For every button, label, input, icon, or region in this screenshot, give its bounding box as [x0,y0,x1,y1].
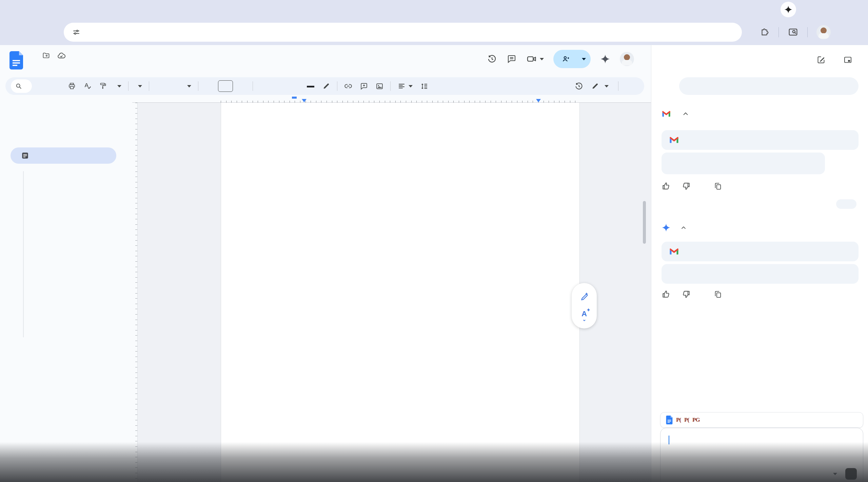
cloud-status-icon[interactable] [57,51,66,60]
gemini-panel: P( P( PG [651,45,868,482]
gmail-chip[interactable] [662,130,859,150]
print-button[interactable] [65,79,79,93]
copy-icon[interactable] [714,290,722,299]
collapse-toolbar-button[interactable] [625,79,639,93]
site-settings-icon[interactable] [72,28,81,37]
browser-chrome [0,0,868,45]
zoom-select[interactable] [112,85,124,87]
gmail-chip [662,242,859,261]
pg-favicon: P( [684,417,689,423]
gmail-icon [669,246,679,257]
sharing-tabs-chip[interactable]: P( P( PG [660,412,863,428]
left-indent-marker[interactable] [302,99,307,102]
gemini-sparkle-icon[interactable] [600,54,610,64]
help-me-write-icon[interactable] [579,291,589,301]
tab-strip [0,0,868,19]
add-comment-button[interactable] [357,79,371,93]
document-scrollbar[interactable] [643,201,646,244]
font-size-increase[interactable] [235,79,249,93]
sparkle-icon [662,223,671,232]
close-window-button[interactable] [847,0,868,19]
open-in-editor-icon[interactable] [816,55,826,64]
docs-header-actions [487,50,634,68]
forward-button[interactable] [23,23,42,42]
send-stop-button[interactable] [845,468,857,480]
first-line-indent-marker[interactable] [292,97,297,99]
proofread-icon[interactable]: A✦⌄ [581,309,587,320]
gmail-tool-section[interactable] [662,223,859,232]
line-spacing-button[interactable] [417,79,431,93]
redo-button[interactable] [50,79,63,93]
search-icon [15,82,22,90]
move-folder-icon[interactable] [42,52,50,60]
thumb-down-icon[interactable] [682,290,691,299]
undo-button[interactable] [34,79,47,93]
docs-profile-avatar[interactable] [620,52,634,66]
chevron-down-icon[interactable] [582,58,586,60]
draft-subject-chip[interactable] [662,153,825,174]
insert-image-button[interactable] [373,79,386,93]
maximize-button[interactable] [826,0,847,19]
gmail-icon [669,135,679,145]
person-add-icon [561,55,570,63]
pencil-icon [591,82,599,90]
divider [807,27,808,37]
tab-doc-icon [21,151,29,160]
chevron-up-icon [680,224,687,231]
thumb-down-icon[interactable] [682,182,691,190]
right-indent-marker[interactable] [536,99,541,102]
docs-logo-icon[interactable] [9,51,23,69]
image-icon [375,82,384,91]
doc-tab-item[interactable] [11,147,116,164]
chevron-down-icon [409,85,413,87]
activity-clock-icon[interactable] [574,82,584,91]
text-color-button[interactable] [304,79,317,93]
font-size-decrease[interactable] [202,79,216,93]
highlight-button[interactable] [319,79,333,93]
gemini-taskbar-icon[interactable] [781,2,796,17]
align-button[interactable] [395,82,415,91]
horizontal-ruler[interactable] [132,96,651,103]
side-panel-search-icon[interactable] [788,27,798,38]
underline-button[interactable] [288,79,302,93]
editing-mode-select[interactable] [588,82,611,90]
minimize-button[interactable] [805,0,826,19]
spellcheck-button[interactable] [81,79,94,93]
bold-button[interactable] [257,79,271,93]
user-send-bubble [836,199,856,209]
meet-button[interactable] [526,54,544,64]
font-size-field[interactable] [218,80,233,92]
italic-button[interactable] [273,79,286,93]
model-selector[interactable] [830,473,837,475]
insert-link-button[interactable] [341,79,355,93]
show-thinking-toggle[interactable] [662,109,859,119]
version-history-icon[interactable] [487,54,497,64]
omnibox[interactable] [64,23,742,42]
thumb-up-icon[interactable] [662,290,670,299]
document-canvas: A✦⌄ [132,96,651,482]
document-page[interactable] [221,103,580,482]
vertical-ruler [132,103,138,482]
video-camera-icon [526,54,537,64]
gemini-chat-input[interactable] [660,428,863,482]
share-button[interactable] [553,50,591,68]
outline-guide-line [23,171,24,337]
browser-profile-avatar[interactable] [816,25,831,39]
sent-email-card[interactable] [662,242,859,284]
back-button[interactable] [4,23,23,42]
open-in-window-icon[interactable] [843,55,852,64]
comments-icon[interactable] [507,54,517,64]
paragraph-style-select[interactable] [133,85,145,87]
thumb-up-icon[interactable] [662,182,670,190]
chevron-up-icon [682,110,689,118]
extensions-icon[interactable] [760,27,770,37]
paint-format-button[interactable] [96,79,110,93]
writing-tools-pill: A✦⌄ [572,283,597,328]
reload-button[interactable] [42,23,61,42]
pg-favicon: P( [676,417,681,423]
window-controls [781,0,868,19]
font-select[interactable] [153,85,194,87]
copy-icon[interactable] [714,182,722,190]
menus-search-button[interactable] [11,79,32,93]
sparkle-icon [784,5,793,14]
